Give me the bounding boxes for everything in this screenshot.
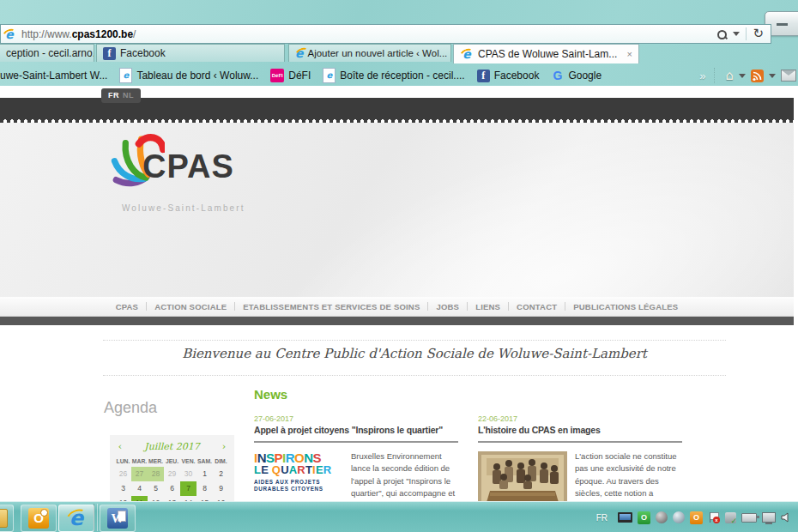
ie-page-icon: e bbox=[323, 68, 336, 83]
divider bbox=[714, 68, 717, 83]
action-center-flag-icon[interactable]: x bbox=[708, 511, 720, 523]
tab-label: Facebook bbox=[120, 47, 166, 59]
calendar-day[interactable]: 30 bbox=[180, 467, 196, 481]
favorite-label: DéFI bbox=[288, 70, 311, 82]
favorite-label: Google bbox=[568, 70, 602, 82]
close-tab-icon[interactable]: × bbox=[622, 49, 632, 59]
favorite-label: Facebook bbox=[494, 70, 540, 82]
refresh-icon[interactable]: ↻ bbox=[753, 27, 764, 40]
calendar-day[interactable]: 4 bbox=[131, 481, 148, 496]
chevron-down-icon[interactable] bbox=[769, 74, 776, 78]
calendar-day[interactable]: 28 bbox=[148, 467, 164, 481]
calendar-day-name: DIM. bbox=[213, 456, 229, 467]
address-input[interactable]: e http://www.cpas1200.be/ ↻ bbox=[0, 24, 771, 44]
tab-cpas-active[interactable]: e CPAS de Woluwe Saint-Lam... × bbox=[453, 44, 639, 63]
favorite-woluwe[interactable]: uwe-Saint-Lambert W... bbox=[0, 70, 107, 82]
browser-window: e http://www.cpas1200.be/ ↻ ception - ce… bbox=[0, 0, 798, 532]
webpage: FRNL CPAS Woluwe-Saint-Lambert CPAS bbox=[0, 86, 798, 501]
tab-inbox[interactable]: ception - cecil.arno... bbox=[0, 44, 94, 62]
article-date: 27-06-2017 bbox=[254, 414, 458, 423]
taskbar-explorer-button[interactable] bbox=[0, 505, 14, 532]
taskbar-word-button[interactable]: W bbox=[100, 505, 136, 532]
tray-language-indicator[interactable]: FR bbox=[596, 513, 608, 523]
calendar-day[interactable]: 27 bbox=[131, 467, 148, 481]
calendar-day[interactable]: 3 bbox=[115, 481, 131, 496]
nav-contact[interactable]: CONTACT bbox=[509, 302, 565, 311]
nav-cpas[interactable]: CPAS bbox=[108, 302, 147, 311]
calendar-prev-button[interactable]: ‹ bbox=[115, 441, 125, 452]
status-check-tray-icon[interactable] bbox=[725, 512, 736, 523]
defi-icon: DéFI bbox=[270, 69, 284, 82]
divider bbox=[254, 441, 458, 443]
green-app-tray-icon[interactable]: O bbox=[638, 511, 650, 524]
calendar-day-name: VEN. bbox=[180, 456, 196, 467]
nav-etablissements[interactable]: ETABLISSEMENTS ET SERVICES DE SOINS bbox=[235, 302, 427, 311]
lang-nl[interactable]: NL bbox=[123, 91, 134, 100]
site-header: CPAS Woluwe-Saint-Lambert bbox=[0, 123, 794, 297]
taskbar-separator bbox=[94, 504, 98, 531]
tab-add-article[interactable]: e Ajouter un nouvel article ‹ Wol... bbox=[288, 44, 451, 62]
inspirons-tagline: AIDES AUX PROJETSDURABLES CITOYENS bbox=[254, 479, 343, 493]
folder-icon bbox=[0, 509, 8, 528]
article-title[interactable]: Appel à projet citoyens "Inspirons le qu… bbox=[254, 425, 458, 435]
tab-facebook[interactable]: f Facebook bbox=[96, 44, 285, 62]
outlook-tray-icon[interactable]: O bbox=[690, 511, 703, 524]
calendar-day-name: JEU. bbox=[164, 456, 180, 467]
nav-publications[interactable]: PUBLICATIONS LÉGALES bbox=[565, 302, 686, 311]
ie-icon: e bbox=[295, 46, 304, 60]
rss-feeds-icon[interactable] bbox=[751, 70, 764, 82]
tab-label: CPAS de Woluwe Saint-Lam... bbox=[478, 48, 617, 60]
calendar-next-button[interactable]: › bbox=[219, 441, 229, 452]
internet-explorer-icon: e bbox=[65, 507, 88, 529]
nav-jobs[interactable]: JOBS bbox=[428, 302, 467, 311]
read-mail-icon[interactable] bbox=[781, 70, 796, 82]
lang-fr[interactable]: FR bbox=[108, 91, 119, 100]
facebook-icon: f bbox=[477, 70, 490, 82]
nav-liens[interactable]: LIENS bbox=[468, 302, 508, 311]
calendar-day[interactable]: 5 bbox=[148, 481, 164, 496]
overflow-chevron-icon[interactable]: » bbox=[699, 70, 705, 82]
calendar-day[interactable]: 9 bbox=[213, 481, 229, 496]
chevron-down-icon[interactable] bbox=[739, 74, 746, 78]
calendar-day[interactable]: 26 bbox=[115, 467, 131, 481]
gray-sphere-tray-icon[interactable] bbox=[656, 511, 668, 523]
divider bbox=[103, 375, 726, 376]
taskbar-outlook-button[interactable]: O bbox=[21, 505, 57, 532]
article-title[interactable]: L'histoire du CPAS en images bbox=[478, 425, 682, 435]
network-tray-icon[interactable] bbox=[762, 512, 776, 523]
article-image-inspirons[interactable]: INSPIRONS LE QUARTIER AIDES AUX PROJETSD… bbox=[254, 451, 343, 509]
favorite-facebook[interactable]: f Facebook bbox=[477, 70, 540, 82]
favorite-google[interactable]: G Google bbox=[551, 70, 602, 82]
logo-subtitle: Woluwe-Saint-Lambert bbox=[122, 203, 245, 213]
calendar-month-label: Juillet 2017 bbox=[125, 441, 219, 452]
calendar-day[interactable]: 7 bbox=[180, 481, 196, 496]
calendar-day[interactable]: 2 bbox=[213, 467, 229, 481]
favorite-defi[interactable]: DéFI DéFI bbox=[270, 69, 311, 82]
taskbar-ie-button[interactable]: e bbox=[58, 505, 94, 532]
inspirons-line1: INSPIRONS bbox=[254, 451, 343, 464]
favorite-boite-reception[interactable]: e Boîte de réception - cecil.... bbox=[323, 68, 464, 83]
cpas-logo[interactable]: CPAS Woluwe-Saint-Lambert bbox=[110, 130, 247, 233]
page-content: Bienvenue au Centre Public d'Action Soci… bbox=[0, 325, 798, 501]
url-text: http://www.cpas1200.be/ bbox=[21, 28, 136, 40]
calendar-day-name: SAM. bbox=[196, 456, 213, 467]
ie-icon: e bbox=[460, 47, 474, 61]
gray-circle-tray-icon[interactable] bbox=[673, 511, 685, 523]
calendar-day[interactable]: 8 bbox=[196, 481, 213, 496]
calendar-day[interactable]: 1 bbox=[196, 467, 213, 481]
language-switcher[interactable]: FRNL bbox=[101, 88, 141, 103]
inspirons-line2: LE QUARTIER bbox=[254, 464, 343, 475]
chevron-down-icon[interactable] bbox=[733, 32, 740, 36]
favorite-tableau-de-bord[interactable]: e Tableau de bord ‹ Woluw... bbox=[119, 68, 258, 83]
volume-tray-icon[interactable] bbox=[781, 512, 791, 523]
favorite-label: Boîte de réception - cecil.... bbox=[340, 70, 464, 82]
home-icon[interactable]: ⌂ bbox=[725, 69, 734, 82]
calendar-day[interactable]: 29 bbox=[164, 467, 180, 481]
calendar-day[interactable]: 6 bbox=[164, 481, 180, 496]
nav-action-sociale[interactable]: ACTION SOCIALE bbox=[147, 302, 234, 311]
favorite-label: Tableau de bord ‹ Woluw... bbox=[136, 70, 258, 82]
display-tray-icon[interactable] bbox=[618, 512, 632, 523]
search-icon[interactable] bbox=[716, 29, 727, 39]
news-title: News bbox=[254, 387, 287, 402]
power-tray-icon[interactable] bbox=[741, 513, 757, 523]
